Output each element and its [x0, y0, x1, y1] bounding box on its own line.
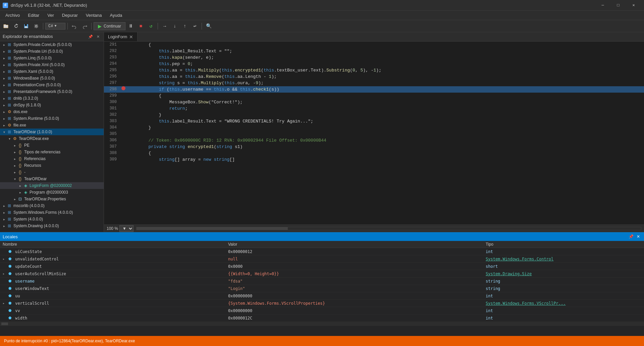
tree-item[interactable]: ▸{}Referencias — [0, 155, 104, 162]
locals-row[interactable]: ⬟ vv0x00000000int — [0, 307, 644, 314]
tree-item[interactable]: ▸⊞System (4.0.0.0) — [0, 216, 104, 223]
redo-button[interactable] — [80, 21, 89, 31]
locals-row[interactable]: ▸⬟ verticalScroll{System.Windows.Forms.V… — [0, 300, 644, 307]
minimize-button[interactable]: ─ — [595, 0, 610, 11]
tree-item[interactable]: ▸◈LoginForm @02000002 — [0, 182, 104, 189]
expand-arrow-icon[interactable]: ▸ — [3, 257, 7, 261]
pause-button[interactable]: ⏸ — [126, 21, 136, 31]
tree-expand-icon[interactable]: ▸ — [12, 163, 17, 168]
save-button[interactable] — [21, 21, 31, 31]
tree-expand-icon[interactable]: ▸ — [1, 102, 7, 108]
code-editor[interactable]: 291 {292 this.label_Result.Text = "";293… — [104, 42, 644, 225]
tree-expand-icon[interactable]: ▸ — [12, 156, 17, 161]
expand-arrow-icon[interactable]: ▸ — [3, 272, 7, 276]
tree-expand-icon[interactable]: ▸ — [1, 62, 7, 67]
locals-row[interactable]: ▸⬟ unvalidatedControlnullSystem.Windows.… — [0, 255, 644, 263]
tree-expand-icon[interactable]: ▸ — [17, 183, 23, 188]
language-selector[interactable]: C# ▼ — [45, 23, 65, 30]
tree-expand-icon[interactable]: ▸ — [1, 216, 7, 222]
menu-editar[interactable]: Editar — [24, 11, 43, 19]
close-locals-button[interactable]: ✕ — [635, 234, 641, 240]
tree-expand-icon[interactable]: ▸ — [12, 196, 17, 202]
menu-depurar[interactable]: Depurar — [58, 11, 82, 19]
tree-expand-icon[interactable]: ▾ — [1, 129, 7, 135]
pin-locals-icon[interactable]: 📌 — [628, 234, 634, 240]
locals-row[interactable]: ⬟ uu0x00000000int — [0, 292, 644, 300]
menu-ver[interactable]: Ver — [43, 11, 58, 19]
tree-item[interactable]: ▾{}TearORDear — [0, 176, 104, 182]
tree-item[interactable]: ▸◈Program @02000003 — [0, 189, 104, 196]
step-over-button[interactable]: → — [160, 21, 169, 31]
step-out-button[interactable]: ↑ — [180, 21, 190, 31]
reload-button[interactable] — [11, 21, 21, 31]
tree-item[interactable]: ▸{}Tipos de referencias — [0, 149, 104, 155]
tree-item[interactable]: ▸⚙file.exe — [0, 122, 104, 129]
open-file-button[interactable] — [1, 21, 11, 31]
locals-row[interactable]: ⬟ uiCuesState0x00000012int — [0, 248, 644, 255]
stop-button[interactable]: ■ — [136, 21, 146, 31]
locals-row[interactable]: ⬟ updateCount0x0000short — [0, 263, 644, 270]
tree-item[interactable]: ▸⊞dnSpy (6.1.8.0) — [0, 102, 104, 108]
tree-expand-icon[interactable]: ▸ — [17, 190, 23, 195]
undo-button[interactable] — [70, 21, 79, 31]
locals-table[interactable]: Nombre Valor Tipo ⬟ uiCuesState0x0000001… — [0, 241, 644, 336]
tree-expand-icon[interactable]: ▸ — [1, 109, 7, 114]
locals-scrollbar-h[interactable] — [0, 322, 644, 326]
close-panel-button[interactable]: ✕ — [95, 34, 101, 40]
tree-item[interactable]: ▸⊞PresentationCore (5.0.0.0) — [0, 82, 104, 88]
tree-item[interactable]: ▸⊞System.Runtime (5.0.0.0) — [0, 115, 104, 122]
tree-item[interactable]: ▸⊞System.Private.CoreLib (5.0.0.0) — [0, 41, 104, 48]
close-button[interactable]: ✕ — [626, 0, 641, 11]
tree-expand-icon[interactable]: ▸ — [1, 116, 7, 121]
tree-item[interactable]: ▸⊞dnlib (3.3.2.0) — [0, 95, 104, 102]
tree-item[interactable]: ▸⊞System.Private.Xml (5.0.0.0) — [0, 61, 104, 68]
tree-expand-icon[interactable]: ▸ — [12, 149, 17, 155]
tree-item[interactable]: ▸{}Recursos — [0, 162, 104, 169]
expand-arrow-icon[interactable]: ▸ — [3, 301, 7, 305]
type-link[interactable]: System.Drawing.Size — [486, 271, 532, 276]
menu-ayuda[interactable]: Ayuda — [106, 11, 126, 19]
tree-expand-icon[interactable]: ▸ — [1, 76, 7, 81]
tree-expand-icon[interactable]: ▸ — [1, 69, 7, 74]
tree-item[interactable]: ▸⊞System.Linq (5.0.0.0) — [0, 55, 104, 61]
tree-item[interactable]: ▸⊞mscorlib (4.0.0.0) — [0, 202, 104, 209]
settings-button[interactable] — [32, 21, 41, 31]
tree-item[interactable]: ▸⊡TearORDear.Properties — [0, 196, 104, 202]
type-link[interactable]: System.Windows.Forms.VScrollPr... — [486, 301, 566, 306]
tree-item[interactable]: ▾⊞TearORDear (1.0.0.0) — [0, 129, 104, 135]
tree-item[interactable]: ▸⊞System.Private.Uri (5.0.0.0) — [0, 48, 104, 55]
tree-expand-icon[interactable]: ▸ — [1, 210, 7, 215]
tree-expand-icon[interactable]: ▸ — [1, 122, 7, 128]
menu-archivo[interactable]: Archivo — [1, 11, 24, 19]
tab-close-icon[interactable]: ✕ — [129, 34, 133, 40]
maximize-button[interactable]: □ — [610, 0, 626, 11]
tree-item[interactable]: ▾⚙TearORDear.exe — [0, 135, 104, 142]
tree-expand-icon[interactable]: ▸ — [1, 89, 7, 94]
tree-expand-icon[interactable]: ▾ — [7, 136, 12, 141]
tree-expand-icon[interactable]: ▸ — [1, 223, 7, 229]
menu-ventana[interactable]: Ventana — [82, 11, 106, 19]
locals-row[interactable]: ⬟ width0x0000012Cint — [0, 314, 644, 322]
tab-loginform[interactable]: LoginForm ✕ — [104, 32, 138, 41]
tree-expand-icon[interactable]: ▸ — [12, 143, 17, 148]
restart-button[interactable]: ↺ — [146, 21, 156, 31]
type-link[interactable]: System.Windows.Forms.Control — [486, 257, 553, 261]
tree-expand-icon[interactable]: ▸ — [1, 82, 7, 88]
search-button[interactable]: 🔍 — [204, 21, 213, 31]
step-into-button[interactable]: ↓ — [170, 21, 179, 31]
locals-row[interactable]: ⬟ username"fdsa"string — [0, 278, 644, 285]
tree-expand-icon[interactable]: ▾ — [12, 176, 17, 182]
tree-item[interactable]: ▸⊞System.Windows.Forms (4.0.0.0) — [0, 209, 104, 216]
zoom-select[interactable]: ▼ — [119, 225, 133, 232]
locals-row[interactable]: ▸⬟ userAutoScrollMinSize{{Width=0, Heigh… — [0, 270, 644, 278]
tree-expand-icon[interactable]: ▸ — [1, 203, 7, 208]
tree-expand-icon[interactable]: ▸ — [1, 96, 7, 101]
tree-item[interactable]: ▸⊞PresentationFramework (5.0.0.0) — [0, 88, 104, 95]
tree-expand-icon[interactable]: ▸ — [1, 55, 7, 61]
assembly-tree[interactable]: ▸⊞System.Private.CoreLib (5.0.0.0)▸⊞Syst… — [0, 41, 104, 232]
step-back-button[interactable]: ↩ — [190, 21, 200, 31]
tree-item[interactable]: ▸⊞WindowsBase (5.0.0.0) — [0, 75, 104, 82]
tree-item[interactable]: ▸⊞System.Xaml (5.0.0.0) — [0, 68, 104, 75]
tree-item[interactable]: ▸{}- — [0, 169, 104, 176]
tree-item[interactable]: ▸⚙dos.exe — [0, 108, 104, 115]
